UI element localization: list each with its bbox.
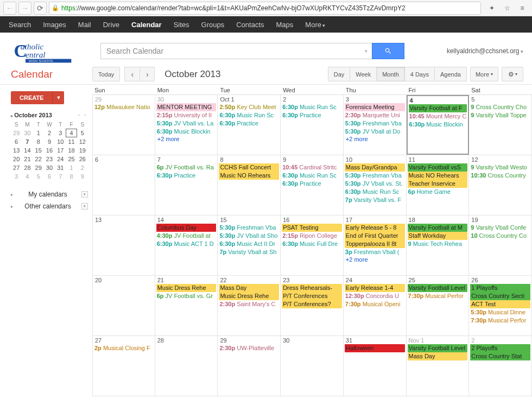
mini-day[interactable]: 4 xyxy=(22,172,33,181)
day-cell[interactable]: 199 Varsity Vball Confe10 Cross Country … xyxy=(469,216,532,275)
mini-day[interactable]: 20 xyxy=(11,155,22,163)
event[interactable]: Cross Country Stat xyxy=(470,352,530,360)
mini-day[interactable]: 28 xyxy=(22,163,33,172)
gbar-mail[interactable]: Mail xyxy=(78,21,91,29)
mini-day[interactable]: 7 xyxy=(55,172,66,181)
gbar-images[interactable]: Images xyxy=(43,21,66,29)
mini-day[interactable]: 27 xyxy=(11,163,22,172)
event[interactable]: 5:30p Freshman Vba xyxy=(219,224,279,232)
event[interactable]: Columbus Day xyxy=(156,224,217,232)
mini-day[interactable]: 6 xyxy=(11,137,22,146)
day-cell[interactable]: 10Mass Day/Grandpa5:30p Freshman Vba5:30… xyxy=(344,155,407,215)
event[interactable]: 7p Varisty Vball at Sh xyxy=(219,248,279,256)
gbar-search[interactable]: Search xyxy=(9,21,31,29)
mini-day[interactable]: 4 xyxy=(66,129,77,137)
event[interactable]: 6p Home Game xyxy=(408,188,468,196)
mini-day[interactable]: 22 xyxy=(33,155,44,163)
mini-day[interactable]: 25 xyxy=(66,155,77,163)
event[interactable]: 9 Varsity Vball Confe xyxy=(470,224,530,232)
mini-day[interactable]: 3 xyxy=(55,129,66,137)
mini-day[interactable]: 6 xyxy=(44,172,55,181)
forward-button[interactable]: → xyxy=(18,2,31,15)
event[interactable]: 6:30p Music Act II Dr xyxy=(219,240,279,248)
day-cell[interactable]: 25Varsity Football Level7:30p Musical Pe… xyxy=(407,276,470,335)
event[interactable]: 12:30p Concordia U xyxy=(345,292,405,300)
view-agenda[interactable]: Agenda xyxy=(435,67,467,81)
mini-day[interactable]: 24 xyxy=(55,155,66,163)
search-input[interactable]: Search Calendar xyxy=(100,43,372,59)
day-cell[interactable]: 3Forensics Meeting2:30p Marquette Uni5:3… xyxy=(344,95,407,155)
event[interactable]: 9 Music Tech Rehea xyxy=(408,240,468,248)
mini-day[interactable]: 2 xyxy=(77,163,88,172)
mini-prev[interactable]: ‹ xyxy=(76,112,82,118)
event[interactable]: 6:30p Practice xyxy=(282,180,342,188)
event[interactable]: 2:15p University of Il xyxy=(156,111,217,119)
event[interactable]: 7:30p Musical Perfor xyxy=(408,292,468,300)
chevron-down-icon[interactable]: ▾ xyxy=(81,191,88,198)
day-cell[interactable]: 30MENTOR MEETING2:15p University of Il5:… xyxy=(155,95,218,155)
day-cell[interactable]: 26:30p Music Run Sc6:30p Practice xyxy=(281,95,344,155)
day-cell[interactable]: 292:30p UW-Platteville xyxy=(218,336,281,396)
mini-day[interactable]: 13 xyxy=(11,146,22,155)
more-events-link[interactable]: +2 more xyxy=(345,256,405,263)
mini-day[interactable]: 19 xyxy=(77,146,88,155)
event[interactable]: 6:30p Music Run Sc xyxy=(345,188,405,196)
event[interactable]: Early Release 1-4 xyxy=(345,284,405,292)
gbar-groups[interactable]: Groups xyxy=(201,21,225,29)
gbar-contacts[interactable]: Contacts xyxy=(236,21,264,29)
chevron-down-icon[interactable]: ▾ xyxy=(81,203,88,210)
event[interactable]: Mass Day xyxy=(219,284,279,292)
event[interactable]: End of First Quarter xyxy=(345,232,405,240)
hamburger-icon[interactable]: ≡ xyxy=(516,2,529,14)
event[interactable]: 6:30p Music ACT 1 D xyxy=(156,240,217,248)
event[interactable]: 6p JV Football vs. Ra xyxy=(156,163,217,172)
event[interactable]: Forensics Meeting xyxy=(345,103,405,111)
day-cell[interactable]: 910:45 Cardinal Stritc6:30p Music Run Sc… xyxy=(281,155,344,215)
more-menu[interactable]: More xyxy=(470,67,498,81)
mini-day[interactable]: 29 xyxy=(33,163,44,172)
event[interactable]: Music Dress Rehe xyxy=(156,284,217,292)
event[interactable]: 5:30p Freshman Vba xyxy=(345,119,405,128)
event[interactable]: 4:30p JV Football at xyxy=(156,232,217,240)
event[interactable]: Topperpalooza II 8t xyxy=(345,240,405,248)
mini-day[interactable]: 18 xyxy=(66,146,77,155)
more-events-link[interactable]: +2 more xyxy=(156,136,217,142)
day-cell[interactable]: 76p JV Football vs. Ra6:30p Practice xyxy=(155,155,218,215)
mini-day[interactable]: 31 xyxy=(55,163,66,172)
view-day[interactable]: Day xyxy=(328,67,351,81)
day-cell[interactable]: 23Dress Rehearsals-P/T ConferencesP/T Co… xyxy=(281,276,344,335)
day-cell[interactable]: 14Columbus Day4:30p JV Football at6:30p … xyxy=(155,216,218,275)
event[interactable]: 7:30p Musical Perfor xyxy=(470,316,530,325)
day-cell[interactable]: 129 Varsity Vball Westo10:30 Cross Count… xyxy=(469,155,532,215)
other-calendars-toggle[interactable]: Other calendars ▾ xyxy=(11,200,88,212)
mini-day[interactable]: 23 xyxy=(44,155,55,163)
day-cell[interactable]: 21Music Dress Rehe6p JV Football vs. Gr xyxy=(155,276,218,335)
day-cell[interactable]: 31Halloween xyxy=(344,336,407,396)
event[interactable]: 7p Varsity Vball vs. F xyxy=(345,196,405,204)
mini-day[interactable]: 17 xyxy=(55,146,66,155)
day-cell[interactable]: Oct 12:50p Key Club Meet6:30p Music Run … xyxy=(218,95,281,155)
event[interactable]: Music NO Rehears xyxy=(219,172,279,180)
user-menu[interactable]: kellyaldrich@cchsnet.org xyxy=(447,47,523,55)
event[interactable]: Varsity Football at F xyxy=(409,104,467,112)
event[interactable]: 6:30p Practice xyxy=(219,119,279,128)
event[interactable]: 5:30p Freshman Vba xyxy=(345,172,405,180)
event[interactable]: 6:30p Music Blockin xyxy=(409,121,467,129)
event[interactable]: 5:30p Musical Dinne xyxy=(470,308,530,316)
event[interactable]: 6:30p Music Run Sc xyxy=(282,103,342,111)
search-button[interactable] xyxy=(372,43,404,59)
event[interactable]: 5:30p JV Vball at Sho xyxy=(219,232,279,240)
event[interactable]: 6:30p Practice xyxy=(156,172,217,180)
event[interactable]: 2:50p Key Club Meet xyxy=(219,103,279,111)
mini-day[interactable]: 26 xyxy=(77,155,88,163)
event[interactable]: Cross Country Secti xyxy=(470,292,530,300)
mini-day[interactable]: 11 xyxy=(66,137,77,146)
event[interactable]: Halloween xyxy=(345,344,405,352)
event[interactable]: 3p Freshman Vball ( xyxy=(345,248,405,256)
day-cell[interactable]: 155:30p Freshman Vba5:30p JV Vball at Sh… xyxy=(218,216,281,275)
event[interactable]: 9 Varsity Vball Toppe xyxy=(470,111,530,119)
prev-period-button[interactable]: ‹ xyxy=(124,67,140,81)
gbar-more[interactable]: More xyxy=(305,21,325,29)
address-bar[interactable]: 🔒 https://www.google.com/calendar/render… xyxy=(49,2,481,15)
event[interactable]: 6:30p Music Blockin xyxy=(156,128,217,136)
